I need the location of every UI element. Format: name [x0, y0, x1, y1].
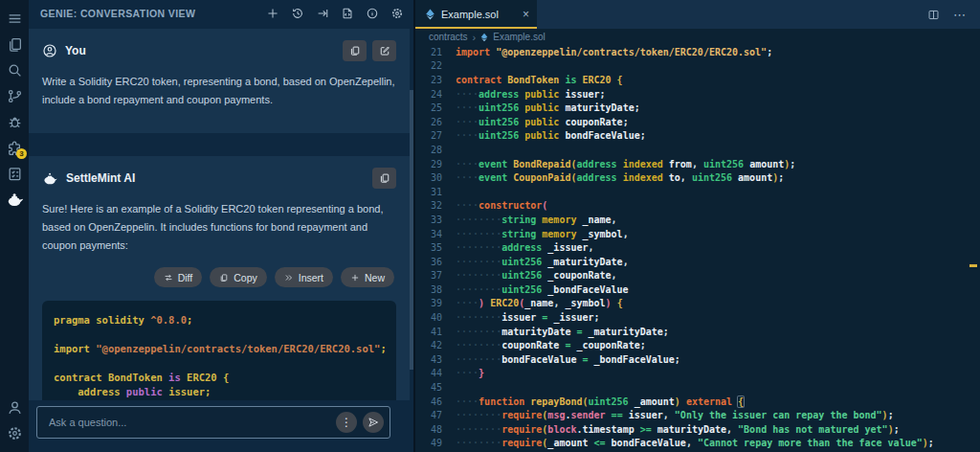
editor-code-line: 23contract BondToken is ERC20 {: [415, 73, 980, 87]
menu-icon[interactable]: [0, 6, 29, 32]
code-editor: Example.sol × ⋯ contracts › Example.sol …: [413, 0, 980, 452]
settlemint-lamp-icon: [42, 170, 58, 187]
split-editor-icon[interactable]: [927, 9, 940, 21]
panel-settings-icon[interactable]: [390, 7, 404, 21]
editor-tab-bar: Example.sol × ⋯: [415, 0, 980, 29]
editor-code-line: 24····address public issuer;: [415, 87, 980, 102]
extensions-badge: 3: [16, 148, 27, 159]
export-icon[interactable]: [315, 7, 329, 21]
code-action-buttons: Diff Copy Insert New: [42, 267, 396, 287]
editor-code-line: 42········couponRate = _couponRate;: [415, 338, 980, 352]
ai-message-card: SettleMint AI Sure! Here is an example o…: [29, 156, 410, 400]
history-icon[interactable]: [290, 7, 304, 21]
chevron-right-icon: ›: [473, 32, 477, 43]
editor-code-area[interactable]: 21import "@openzeppelin/contracts/token/…: [415, 45, 980, 452]
editor-code-line: 33········string memory _name,: [415, 213, 980, 227]
copy-response-icon[interactable]: [372, 168, 396, 189]
ai-message-text: Sure! Here is an example of a Solidity E…: [42, 200, 396, 255]
edit-message-icon[interactable]: [372, 40, 396, 61]
user-message-header: You: [42, 40, 396, 61]
editor-code-line: 36········uint256 _maturityDate,: [415, 255, 980, 269]
editor-code-line: 48········require(block.timestamp >= mat…: [415, 422, 980, 437]
editor-code-line: 31: [415, 185, 980, 199]
user-message-actions: [343, 40, 396, 61]
user-message-card: You Write a Solidity ERC20 token, repres…: [29, 29, 410, 133]
editor-code-line: 39····) ERC20(_name, _symbol) {: [415, 297, 980, 311]
search-icon[interactable]: [0, 57, 29, 83]
editor-code-line: 21import "@openzeppelin/contracts/token/…: [415, 45, 980, 59]
user-avatar-icon: [42, 43, 57, 58]
ai-message-header: SettleMint AI: [42, 168, 396, 189]
user-message-text: Write a Solidity ERC20 token, representi…: [42, 73, 396, 109]
editor-code-line: 32····constructor(: [415, 199, 980, 214]
copy-message-icon[interactable]: [343, 40, 367, 61]
info-icon[interactable]: [365, 7, 379, 21]
settings-gear-icon[interactable]: [0, 420, 29, 446]
editor-code-line: 25····uint256 public maturityDate;: [415, 101, 980, 115]
chat-code-block[interactable]: pragma solidity ^0.8.0;import "@openzepp…: [42, 301, 396, 400]
editor-code-line: 38········uint256 _bondFaceValue: [415, 282, 980, 297]
genie-lamp-icon[interactable]: [0, 187, 29, 213]
user-author-label: You: [65, 44, 86, 57]
source-control-icon[interactable]: [0, 83, 29, 109]
editor-code-line: 29····event BondRepaid(address indexed f…: [415, 157, 980, 171]
tab-close-icon[interactable]: ×: [523, 9, 529, 20]
extensions-icon[interactable]: 3: [0, 135, 29, 161]
debug-icon[interactable]: [0, 109, 29, 135]
checklist-icon[interactable]: [0, 161, 29, 187]
chat-code-line: [54, 328, 385, 342]
chat-code-line: import "@openzeppelin/contracts/token/ER…: [54, 342, 385, 356]
chat-input-row: ⋮: [29, 400, 413, 452]
activity-bar: 3: [0, 0, 29, 452]
editor-code-line: 26····uint256 public couponRate;: [415, 115, 980, 129]
plus-icon: [350, 273, 360, 282]
copy-icon: [219, 273, 229, 282]
editor-code-line: 30····event CouponPaid(address indexed t…: [415, 170, 980, 185]
ide-window: 3 GENIE: CONVERSATION VIEW: [0, 0, 980, 452]
solidity-file-icon: [480, 33, 488, 42]
more-actions-icon[interactable]: ⋯: [953, 8, 967, 22]
diff-icon: [164, 273, 173, 282]
editor-code-line: 34········string memory _symbol,: [415, 227, 980, 241]
editor-actions: ⋯: [927, 0, 980, 29]
activity-bar-bottom: [0, 395, 29, 446]
editor-code-line: 44····}: [415, 367, 980, 381]
editor-code-line: 45: [415, 380, 980, 395]
solidity-file-icon: [425, 9, 435, 20]
copy-button[interactable]: Copy: [210, 267, 267, 287]
explorer-files-icon[interactable]: [0, 32, 29, 57]
send-icon[interactable]: [363, 412, 384, 433]
panel-header-actions: [265, 7, 404, 21]
question-input[interactable]: [47, 416, 330, 429]
editor-code-line: 37········uint256 _couponRate,: [415, 269, 980, 283]
breadcrumb[interactable]: contracts › Example.sol: [415, 29, 980, 45]
editor-code-line: 27····uint256 public bondFaceValue;: [415, 129, 980, 144]
breadcrumb-folder[interactable]: contracts: [429, 32, 468, 42]
editor-code-line: 28: [415, 143, 980, 157]
diff-button[interactable]: Diff: [154, 267, 203, 287]
breadcrumb-file[interactable]: Example.sol: [493, 32, 545, 42]
tab-label: Example.sol: [441, 9, 499, 20]
file-code-icon[interactable]: [340, 7, 354, 21]
more-options-icon[interactable]: ⋮: [336, 412, 357, 433]
chat-code-line: uint256 public maturityDate;: [54, 399, 385, 400]
chat-code-line: address public issuer;: [54, 385, 385, 399]
new-chat-icon[interactable]: [265, 7, 279, 21]
tab-example-sol[interactable]: Example.sol ×: [415, 0, 537, 29]
editor-code-line: 49········require(_amount <= bondFaceVal…: [415, 437, 980, 451]
editor-code-line: 40········issuer = _issuer;: [415, 310, 980, 325]
panel-title: GENIE: CONVERSATION VIEW: [40, 8, 195, 19]
chat-code-line: [54, 356, 385, 371]
new-button[interactable]: New: [341, 267, 394, 287]
editor-code-line: 47········require(msg.sender == issuer, …: [415, 408, 980, 422]
question-input-box: ⋮: [36, 406, 390, 439]
genie-conversation-panel: GENIE: CONVERSATION VIEW You: [29, 0, 413, 452]
panel-header: GENIE: CONVERSATION VIEW: [29, 0, 413, 27]
insert-button[interactable]: Insert: [275, 267, 333, 287]
editor-code-line: 46····function repayBond(uint256 _amount…: [415, 395, 980, 409]
overview-ruler-mark: [969, 264, 977, 267]
editor-code-line: 35········address _issuer,: [415, 240, 980, 255]
account-icon[interactable]: [0, 395, 29, 420]
conversation-messages: You Write a Solidity ERC20 token, repres…: [29, 27, 413, 400]
ai-message-actions: [372, 168, 396, 189]
